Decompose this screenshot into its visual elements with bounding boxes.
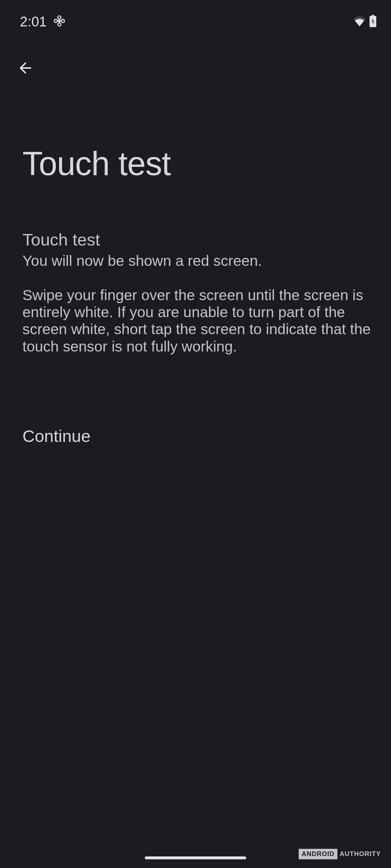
svg-rect-2	[372, 15, 374, 17]
page-title: Touch test	[22, 145, 171, 183]
continue-button[interactable]: Continue	[22, 426, 91, 446]
clock-text: 2:01	[20, 14, 47, 30]
status-right	[353, 15, 377, 29]
arrow-back-icon	[17, 59, 34, 78]
pinwheel-icon	[53, 15, 66, 29]
watermark-android: ANDROID	[299, 849, 337, 859]
section-subtitle: Touch test	[22, 230, 373, 250]
gesture-nav-handle[interactable]	[145, 856, 246, 859]
battery-charging-icon	[369, 15, 377, 29]
instruction-paragraph-2: Swipe your finger over the screen until …	[22, 287, 373, 355]
watermark: ANDROID AUTHORITY	[299, 849, 381, 859]
back-button[interactable]	[14, 58, 36, 80]
svg-point-0	[58, 20, 60, 22]
status-bar: 2:01	[0, 0, 391, 33]
instruction-paragraph-1: You will now be shown a red screen.	[22, 252, 373, 269]
watermark-authority: AUTHORITY	[340, 850, 381, 858]
wifi-icon	[353, 16, 366, 28]
status-left: 2:01	[20, 14, 66, 30]
content-area: Touch test You will now be shown a red s…	[22, 230, 373, 355]
